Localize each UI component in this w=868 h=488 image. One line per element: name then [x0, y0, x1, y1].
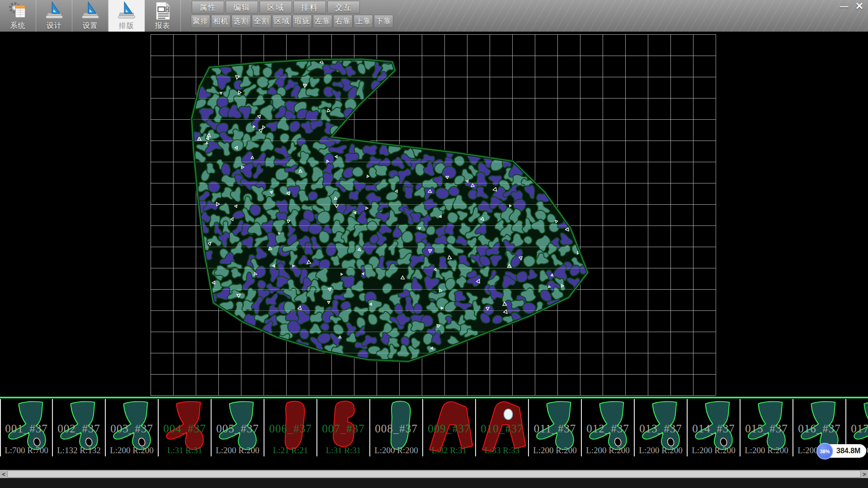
- piece-hole: [504, 409, 513, 419]
- ribbon-button-snap-right[interactable]: 右靠: [333, 15, 353, 28]
- piece-thumbnail-9[interactable]: 009_#37L:32 R:31: [423, 399, 476, 456]
- progress-percent: 38%: [816, 443, 833, 460]
- toolbar-item-report[interactable]: 报表: [145, 0, 181, 32]
- piece-thumbnail-3[interactable]: 003_#37L:200 R:200: [106, 399, 159, 456]
- ruler-icon: [116, 0, 137, 21]
- piece-shape: [741, 399, 793, 456]
- piece-thumbnail-15[interactable]: 015_#37L:200 R:200: [741, 399, 793, 456]
- ruler-icon: [44, 0, 65, 21]
- piece-shape: [159, 399, 212, 456]
- piece-thumbnail-4[interactable]: 004_#37L:31 R:31: [159, 399, 212, 456]
- ribbon-button-snap-top[interactable]: 上靠: [354, 15, 373, 28]
- scrollbar-thumb[interactable]: [7, 470, 861, 478]
- system-icon: [8, 0, 28, 21]
- toolbar-item-settings[interactable]: 设置: [72, 0, 108, 32]
- piece-shape: [370, 399, 423, 456]
- piece-shape: [688, 399, 741, 456]
- piece-thumbnail-12[interactable]: 012_#37L:200 R:200: [582, 399, 635, 456]
- piece-thumbnail-10[interactable]: 010_#37L:33 R:33: [476, 399, 529, 456]
- ribbon-button-select-cut[interactable]: 选割: [231, 15, 251, 28]
- piece-shape: [53, 399, 106, 456]
- piece-thumbnail-6[interactable]: 006_#37L:21 R:21: [264, 399, 317, 456]
- toolbar-item-system[interactable]: 系统: [0, 0, 36, 32]
- nesting-canvas-area[interactable]: [0, 32, 868, 397]
- piece-thumbnail-11[interactable]: 011_#37L:200 R:200: [529, 399, 582, 456]
- toolbar-item-label: 系统: [10, 21, 26, 31]
- piece-thumbnail-14[interactable]: 014_#37L:200 R:200: [688, 399, 741, 456]
- ribbon-buttons: 聚排相机选割全割区域瑕疵左靠右靠上靠下靠: [191, 15, 393, 28]
- piece-thumbnail-7[interactable]: 007_#37L:31 R:31: [317, 399, 370, 456]
- toolbar-item-design[interactable]: 设计: [36, 0, 72, 32]
- pieces-strip: 001_#37L:700 R:700002_#37L:132 R:132003_…: [0, 397, 868, 470]
- piece-shape: [635, 399, 688, 456]
- report-icon: [152, 0, 173, 21]
- scroll-right-arrow[interactable]: >: [861, 470, 868, 478]
- ribbon-button-cut-all[interactable]: 全割: [252, 15, 271, 28]
- piece-thumbnail-2[interactable]: 002_#37L:132 R:132: [53, 399, 106, 456]
- tab-nesting[interactable]: 排料: [293, 1, 326, 14]
- menu-tabs: 属性编辑区域排料交互: [192, 1, 360, 14]
- close-button[interactable]: ✕: [853, 1, 866, 12]
- piece-shape: [212, 399, 264, 456]
- minimize-button[interactable]: —: [837, 1, 851, 12]
- bottom-bar: [0, 478, 868, 488]
- piece-shape: [264, 399, 317, 456]
- piece-shape: [529, 399, 582, 456]
- main-toolbar: 系统 设计 设置 排版 报表: [0, 0, 181, 32]
- tab-edit[interactable]: 编辑: [226, 1, 258, 14]
- toolbar-item-label: 报表: [155, 21, 170, 31]
- piece-shape: [582, 399, 635, 456]
- piece-thumbnail-13[interactable]: 013_#37L:200 R:200: [635, 399, 688, 456]
- toolbar-item-label: 设置: [83, 21, 98, 31]
- horizontal-scrollbar[interactable]: < >: [0, 470, 868, 478]
- ribbon-button-camera[interactable]: 相机: [211, 15, 231, 28]
- piece-thumbnails: 001_#37L:700 R:700002_#37L:132 R:132003_…: [0, 399, 868, 456]
- app-window: 系统 设计 设置 排版 报表 属性编辑区域排料交互 聚排相机选割全割区域瑕疵左靠…: [0, 0, 868, 488]
- ribbon-button-defect[interactable]: 瑕疵: [292, 15, 312, 28]
- piece-thumbnail-8[interactable]: 008_#37L:200 R:200: [370, 399, 423, 456]
- nesting-canvas[interactable]: [0, 32, 868, 397]
- toolbar-item-label: 排版: [119, 21, 134, 31]
- tab-region[interactable]: 区域: [259, 1, 292, 14]
- titlebar: 系统 设计 设置 排版 报表 属性编辑区域排料交互 聚排相机选割全割区域瑕疵左靠…: [0, 0, 868, 32]
- piece-shape: [423, 399, 476, 456]
- window-controls: — ✕: [837, 1, 866, 12]
- piece-thumbnail-1[interactable]: 001_#37L:700 R:700: [0, 399, 53, 456]
- piece-shape: [106, 399, 159, 456]
- ribbon-button-snap-left[interactable]: 左靠: [313, 15, 332, 28]
- piece-shape: [1, 399, 54, 456]
- ribbon-button-snap-bottom[interactable]: 下靠: [374, 15, 393, 28]
- tab-properties[interactable]: 属性: [192, 1, 224, 14]
- ribbon-button-region[interactable]: 区域: [272, 15, 292, 28]
- toolbar-item-label: 设计: [47, 21, 62, 31]
- piece-shape: [317, 399, 370, 456]
- scroll-left-arrow[interactable]: <: [0, 470, 7, 478]
- ribbon-button-cluster-nest[interactable]: 聚排: [191, 15, 210, 28]
- tab-interact[interactable]: 交互: [327, 1, 360, 14]
- piece-thumbnail-5[interactable]: 005_#37L:200 R:200: [212, 399, 264, 456]
- toolbar-item-layout[interactable]: 排版: [108, 0, 145, 32]
- piece-shape: [476, 399, 529, 456]
- ruler-icon: [80, 0, 101, 21]
